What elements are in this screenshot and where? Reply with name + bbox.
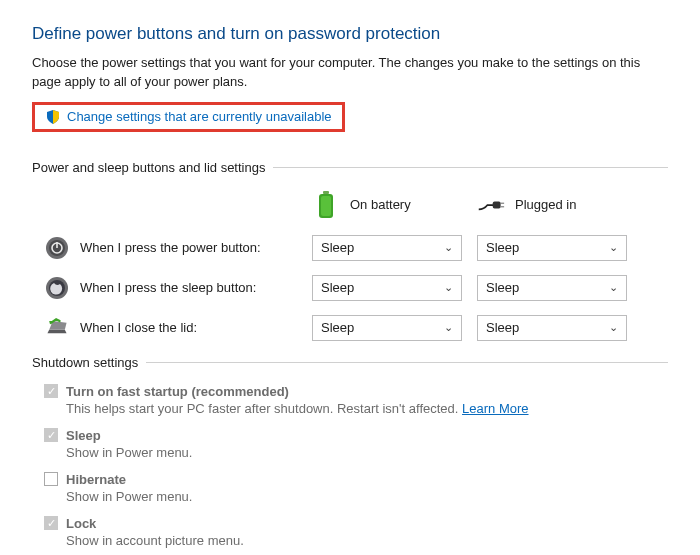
- fast-startup-desc: This helps start your PC faster after sh…: [66, 401, 458, 416]
- fast-startup-checkbox[interactable]: [44, 384, 58, 398]
- divider: [146, 362, 668, 363]
- shutdown-section: Shutdown settings Turn on fast startup (…: [32, 355, 668, 548]
- battery-icon: [312, 189, 340, 221]
- chevron-down-icon: ⌄: [609, 241, 618, 254]
- close-lid-plugged-select[interactable]: Sleep ⌄: [477, 315, 627, 341]
- power-sleep-section: Power and sleep buttons and lid settings…: [32, 160, 668, 341]
- chevron-down-icon: ⌄: [444, 241, 453, 254]
- row-power-button: When I press the power button: Sleep ⌄ S…: [32, 235, 668, 261]
- column-plugged-in-label: Plugged in: [515, 197, 576, 212]
- close-lid-label: When I close the lid:: [80, 320, 197, 335]
- chevron-down-icon: ⌄: [444, 281, 453, 294]
- close-lid-battery-select[interactable]: Sleep ⌄: [312, 315, 462, 341]
- change-settings-link[interactable]: Change settings that are currently unava…: [67, 109, 332, 124]
- fast-startup-title: Turn on fast startup (recommended): [66, 384, 289, 399]
- sleep-button-battery-select[interactable]: Sleep ⌄: [312, 275, 462, 301]
- column-plugged-in: Plugged in: [477, 189, 642, 221]
- page-title: Define power buttons and turn on passwor…: [32, 24, 668, 44]
- shield-icon: [45, 109, 61, 125]
- svg-rect-3: [493, 201, 501, 208]
- learn-more-link[interactable]: Learn More: [462, 401, 528, 416]
- plug-icon: [477, 189, 505, 221]
- row-close-lid: When I close the lid: Sleep ⌄ Sleep ⌄: [32, 315, 668, 341]
- svg-rect-2: [321, 196, 331, 216]
- power-button-icon: [44, 235, 70, 261]
- lock-checkbox[interactable]: [44, 516, 58, 530]
- svg-rect-0: [323, 191, 329, 194]
- chevron-down-icon: ⌄: [609, 281, 618, 294]
- sleep-checkbox[interactable]: [44, 428, 58, 442]
- power-button-battery-select[interactable]: Sleep ⌄: [312, 235, 462, 261]
- hibernate-desc: Show in Power menu.: [66, 489, 668, 504]
- chevron-down-icon: ⌄: [609, 321, 618, 334]
- page-description: Choose the power settings that you want …: [32, 54, 668, 92]
- hibernate-checkbox[interactable]: [44, 472, 58, 486]
- column-on-battery-label: On battery: [350, 197, 411, 212]
- lock-desc: Show in account picture menu.: [66, 533, 668, 548]
- change-settings-highlight: Change settings that are currently unava…: [32, 102, 345, 132]
- hibernate-title: Hibernate: [66, 472, 126, 487]
- sleep-button-label: When I press the sleep button:: [80, 280, 256, 295]
- sleep-button-plugged-select[interactable]: Sleep ⌄: [477, 275, 627, 301]
- shutdown-item-lock: Lock Show in account picture menu.: [44, 516, 668, 548]
- row-sleep-button: When I press the sleep button: Sleep ⌄ S…: [32, 275, 668, 301]
- sleep-button-icon: [44, 275, 70, 301]
- laptop-lid-icon: [44, 315, 70, 341]
- chevron-down-icon: ⌄: [444, 321, 453, 334]
- power-sleep-header: Power and sleep buttons and lid settings: [32, 160, 265, 175]
- power-button-plugged-select[interactable]: Sleep ⌄: [477, 235, 627, 261]
- shutdown-item-fast-startup: Turn on fast startup (recommended) This …: [44, 384, 668, 416]
- power-button-label: When I press the power button:: [80, 240, 261, 255]
- sleep-desc: Show in Power menu.: [66, 445, 668, 460]
- sleep-title: Sleep: [66, 428, 101, 443]
- divider: [273, 167, 668, 168]
- lock-title: Lock: [66, 516, 96, 531]
- shutdown-item-sleep: Sleep Show in Power menu.: [44, 428, 668, 460]
- shutdown-item-hibernate: Hibernate Show in Power menu.: [44, 472, 668, 504]
- column-on-battery: On battery: [312, 189, 477, 221]
- shutdown-header: Shutdown settings: [32, 355, 138, 370]
